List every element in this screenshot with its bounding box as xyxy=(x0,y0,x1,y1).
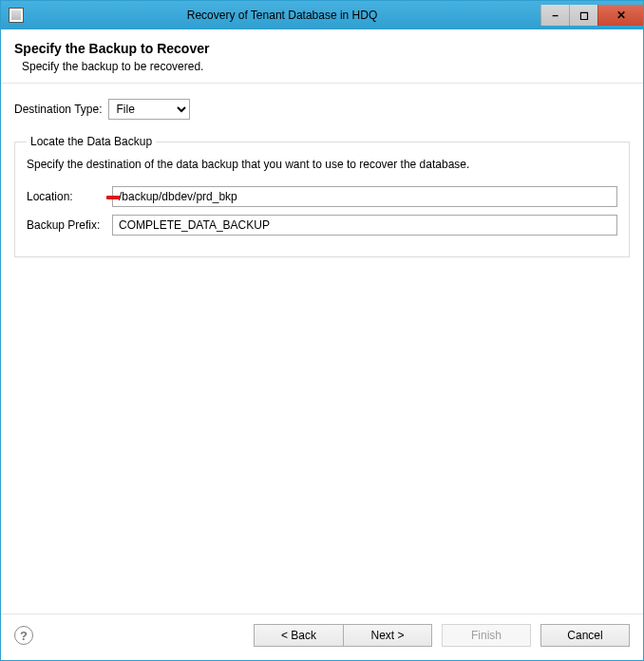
next-button[interactable]: Next > xyxy=(343,624,432,647)
group-description: Specify the destination of the data back… xyxy=(27,158,617,171)
window-title: Recovery of Tenant Database in HDQ xyxy=(24,9,540,22)
finish-button: Finish xyxy=(442,624,531,647)
maximize-button[interactable]: ◻ xyxy=(569,5,597,26)
location-input[interactable] xyxy=(112,186,617,207)
backup-prefix-row: Backup Prefix: xyxy=(27,215,617,236)
cancel-button[interactable]: Cancel xyxy=(540,624,630,647)
destination-type-select[interactable]: File xyxy=(108,99,190,120)
close-button[interactable]: ✕ xyxy=(597,5,643,26)
group-legend: Locate the Data Backup xyxy=(27,135,156,148)
maximize-icon: ◻ xyxy=(579,9,589,22)
close-icon: ✕ xyxy=(616,9,626,22)
content-area: Destination Type: File Locate the Data B… xyxy=(1,84,643,614)
wizard-footer: ? < Back Next > Finish Cancel xyxy=(1,614,643,660)
required-mark-icon xyxy=(106,196,120,199)
app-icon xyxy=(9,8,24,23)
location-label: Location: xyxy=(27,190,106,203)
help-button[interactable]: ? xyxy=(14,626,33,645)
help-icon: ? xyxy=(20,629,28,643)
location-label-text: Location: xyxy=(27,190,73,203)
minimize-icon: – xyxy=(552,9,559,22)
location-row: Location: xyxy=(27,186,617,207)
backup-prefix-input[interactable] xyxy=(112,215,617,236)
dialog-window: Recovery of Tenant Database in HDQ – ◻ ✕… xyxy=(0,0,644,661)
destination-type-label: Destination Type: xyxy=(14,103,103,116)
nav-button-group: < Back Next > xyxy=(254,624,432,647)
page-title: Specify the Backup to Recover xyxy=(14,41,630,56)
wizard-header: Specify the Backup to Recover Specify th… xyxy=(1,29,643,84)
locate-backup-group: Locate the Data Backup Specify the desti… xyxy=(14,135,630,257)
window-controls: – ◻ ✕ xyxy=(540,5,643,26)
titlebar: Recovery of Tenant Database in HDQ – ◻ ✕ xyxy=(1,1,643,29)
destination-type-row: Destination Type: File xyxy=(14,99,630,120)
backup-prefix-label: Backup Prefix: xyxy=(27,218,106,232)
back-button[interactable]: < Back xyxy=(254,624,343,647)
minimize-button[interactable]: – xyxy=(540,5,569,26)
page-subtitle: Specify the backup to be recovered. xyxy=(22,60,630,73)
